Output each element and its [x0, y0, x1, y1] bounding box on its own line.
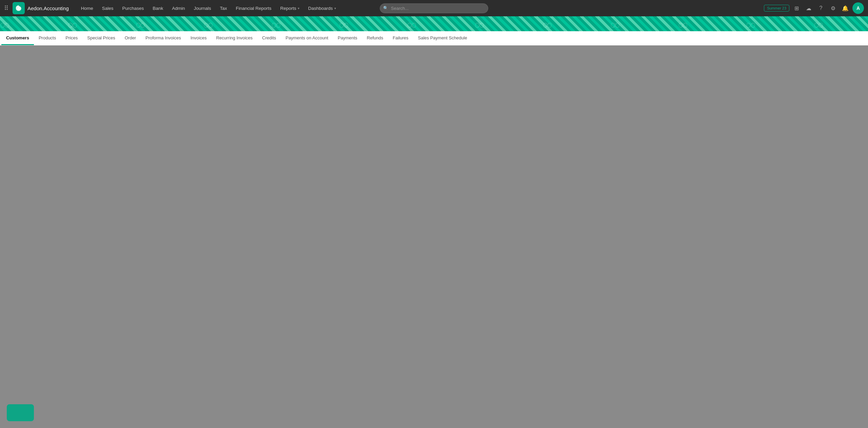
subnav-prices[interactable]: Prices — [61, 31, 82, 45]
sub-navbar: Customers Products Prices Special Prices… — [0, 31, 868, 45]
search-input[interactable] — [380, 3, 488, 13]
subnav-customers[interactable]: Customers — [1, 31, 34, 45]
subnav-order[interactable]: Order — [120, 31, 141, 45]
bottom-left-widget — [7, 404, 34, 421]
nav-link-purchases[interactable]: Purchases — [118, 4, 148, 13]
nav-link-admin[interactable]: Admin — [168, 4, 189, 13]
apps-icon[interactable]: ⊞ — [791, 3, 802, 13]
subnav-sales-payment-schedule[interactable]: Sales Payment Schedule — [413, 31, 472, 45]
nav-link-tax[interactable]: Tax — [216, 4, 231, 13]
reports-chevron-icon: ▾ — [298, 6, 299, 10]
subnav-credits[interactable]: Credits — [257, 31, 281, 45]
nav-link-home[interactable]: Home — [77, 4, 97, 13]
subnav-proforma-invoices[interactable]: Proforma Invoices — [141, 31, 186, 45]
subnav-refunds[interactable]: Refunds — [362, 31, 388, 45]
subnav-products[interactable]: Products — [34, 31, 61, 45]
nav-link-financial-reports[interactable]: Financial Reports — [232, 4, 275, 13]
help-icon[interactable]: ? — [816, 3, 826, 13]
top-navbar: ⠿ Aedon.Accounting Home Sales Purchases … — [0, 0, 868, 16]
grid-icon[interactable]: ⠿ — [4, 4, 8, 12]
avatar[interactable]: A — [852, 2, 864, 14]
subnav-failures[interactable]: Failures — [388, 31, 413, 45]
search-icon: 🔍 — [383, 6, 388, 11]
nav-link-reports[interactable]: Reports ▾ — [276, 4, 303, 13]
subnav-payments-on-account[interactable]: Payments on Account — [281, 31, 333, 45]
cloud-icon[interactable]: ☁ — [804, 3, 814, 13]
subnav-special-prices[interactable]: Special Prices — [82, 31, 120, 45]
nav-link-bank[interactable]: Bank — [149, 4, 167, 13]
notifications-icon[interactable]: 🔔 — [840, 3, 850, 13]
banner-area — [0, 16, 868, 31]
version-badge[interactable]: Summer 23 — [764, 5, 789, 12]
main-content — [0, 45, 868, 428]
app-name: Aedon.Accounting — [27, 5, 69, 11]
dashboards-chevron-icon: ▾ — [334, 6, 336, 10]
subnav-recurring-invoices[interactable]: Recurring Invoices — [211, 31, 257, 45]
settings-icon[interactable]: ⚙ — [828, 3, 838, 13]
logo-button[interactable] — [13, 2, 25, 14]
subnav-invoices[interactable]: Invoices — [186, 31, 212, 45]
search-container: 🔍 — [380, 3, 488, 13]
top-right-actions: Summer 23 ⊞ ☁ ? ⚙ 🔔 A — [764, 2, 864, 14]
subnav-payments[interactable]: Payments — [333, 31, 362, 45]
nav-link-journals[interactable]: Journals — [190, 4, 215, 13]
nav-link-dashboards[interactable]: Dashboards ▾ — [304, 4, 340, 13]
nav-link-sales[interactable]: Sales — [98, 4, 118, 13]
